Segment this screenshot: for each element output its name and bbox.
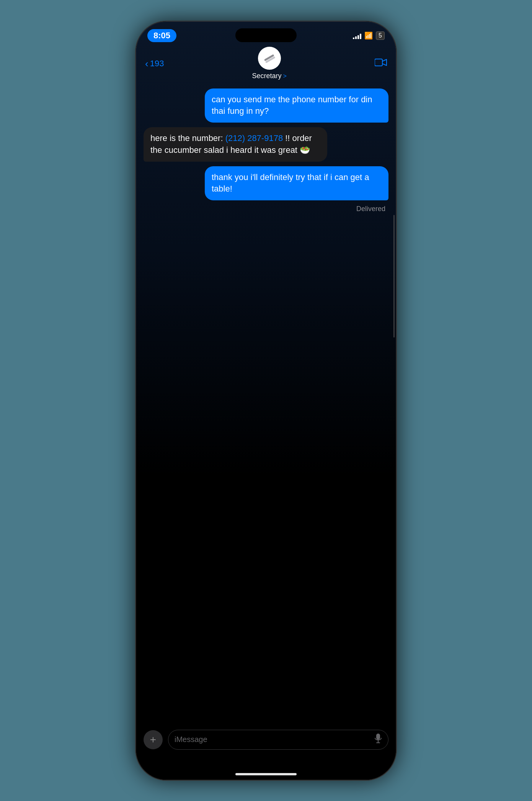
message-bubble-sent: thank you i'll definitely try that if i … [205, 166, 388, 201]
contact-name-row: Secretary > [252, 72, 287, 80]
nav-bar: ‹ 193 Secretary > [136, 46, 396, 81]
video-call-button[interactable] [375, 57, 387, 70]
contact-info[interactable]: Secretary > [252, 47, 287, 80]
back-chevron-icon: ‹ [145, 59, 149, 69]
dynamic-island [235, 28, 297, 42]
phone-link[interactable]: (212) 287-9178 [225, 133, 283, 143]
back-count: 193 [150, 59, 164, 69]
message-bubble-sent: can you send me the phone number for din… [205, 88, 388, 123]
message-row: here is the number: (212) 287-9178 !! or… [144, 127, 388, 162]
scrollbar[interactable] [393, 215, 395, 337]
status-time: 8:05 [147, 29, 176, 42]
wifi-icon: 📶 [364, 31, 373, 40]
svg-rect-4 [376, 734, 380, 740]
back-button[interactable]: ‹ 193 [145, 59, 164, 69]
svg-rect-3 [375, 59, 382, 66]
message-text-pre: here is the number: [150, 133, 225, 143]
status-icons: 📶 5 [353, 31, 385, 40]
message-row: thank you i'll definitely try that if i … [144, 166, 388, 201]
plus-icon: + [150, 734, 156, 746]
add-button[interactable]: + [144, 730, 163, 749]
contact-chevron-icon: > [283, 73, 287, 80]
messages-area: can you send me the phone number for din… [136, 81, 396, 730]
home-indicator [235, 773, 297, 775]
contact-name: Secretary [252, 72, 282, 80]
message-bubble-received: here is the number: (212) 287-9178 !! or… [144, 127, 327, 162]
input-placeholder: iMessage [175, 735, 207, 744]
input-area: + iMessage [136, 722, 396, 757]
message-row: can you send me the phone number for din… [144, 88, 388, 123]
phone-screen: 8:05 📶 5 ‹ 193 [136, 21, 396, 780]
avatar [258, 47, 281, 70]
battery-icon: 5 [376, 31, 385, 40]
mic-icon[interactable] [374, 734, 382, 746]
phone-frame: 8:05 📶 5 ‹ 193 [136, 21, 396, 780]
signal-bars-icon [353, 32, 361, 39]
message-input[interactable]: iMessage [168, 730, 388, 750]
delivered-label: Delivered [144, 205, 388, 213]
